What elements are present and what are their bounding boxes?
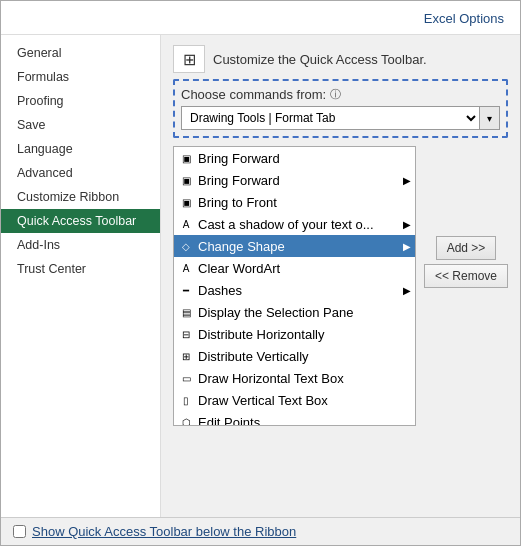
cmd-label-3: Bring to Front <box>198 195 277 210</box>
cmd-label-1: Bring Forward <box>198 151 280 166</box>
cmd-item-12[interactable]: ▯Draw Vertical Text Box <box>174 389 415 411</box>
cmd-icon-11: ▭ <box>178 370 194 386</box>
show-below-ribbon-checkbox[interactable] <box>13 525 26 538</box>
cmd-icon-4: A <box>178 216 194 232</box>
sidebar-item-language[interactable]: Language <box>1 137 160 161</box>
cmd-item-1[interactable]: ▣Bring Forward <box>174 147 415 169</box>
customize-icon: ⊞ <box>173 45 205 73</box>
cmd-icon-13: ⬡ <box>178 414 194 426</box>
sidebar-item-quick-access-toolbar[interactable]: Quick Access Toolbar <box>1 209 160 233</box>
cmd-item-6[interactable]: AClear WordArt <box>174 257 415 279</box>
choose-label: Choose commands from: ⓘ <box>181 87 500 102</box>
main-panel: ⊞ Customize the Quick Access Toolbar. Ch… <box>161 35 520 517</box>
remove-button[interactable]: << Remove <box>424 264 508 288</box>
cmd-label-13: Edit Points <box>198 415 260 427</box>
sidebar-item-proofing[interactable]: Proofing <box>1 89 160 113</box>
dropdown-arrow-button[interactable]: ▾ <box>480 106 500 130</box>
cmd-item-4[interactable]: ACast a shadow of your text o...▶ <box>174 213 415 235</box>
cmd-item-2[interactable]: ▣Bring Forward▶ <box>174 169 415 191</box>
cmd-icon-5: ◇ <box>178 238 194 254</box>
cmd-label-9: Distribute Horizontally <box>198 327 324 342</box>
cmd-icon-7: ━ <box>178 282 194 298</box>
sidebar-item-advanced[interactable]: Advanced <box>1 161 160 185</box>
cmd-icon-2: ▣ <box>178 172 194 188</box>
cmd-label-4: Cast a shadow of your text o... <box>198 217 374 232</box>
cmd-label-11: Draw Horizontal Text Box <box>198 371 344 386</box>
cmd-item-11[interactable]: ▭Draw Horizontal Text Box <box>174 367 415 389</box>
sidebar-item-customize-ribbon[interactable]: Customize Ribbon <box>1 185 160 209</box>
cmd-icon-9: ⊟ <box>178 326 194 342</box>
cmd-label-8: Display the Selection Pane <box>198 305 353 320</box>
cmd-icon-8: ▤ <box>178 304 194 320</box>
sidebar-item-general[interactable]: General <box>1 41 160 65</box>
dialog-content: GeneralFormulasProofingSaveLanguageAdvan… <box>1 35 520 517</box>
cmd-icon-12: ▯ <box>178 392 194 408</box>
dropdown-row: Drawing Tools | Format Tab ▾ <box>181 106 500 130</box>
excel-options-dialog: Excel Options GeneralFormulasProofingSav… <box>0 0 521 546</box>
cmd-label-12: Draw Vertical Text Box <box>198 393 328 408</box>
cmd-arrow-4: ▶ <box>403 219 411 230</box>
cmd-label-10: Distribute Vertically <box>198 349 309 364</box>
cmd-label-2: Bring Forward <box>198 173 280 188</box>
commands-section: Choose commands from: ⓘ Drawing Tools | … <box>173 79 508 138</box>
cmd-item-7[interactable]: ━Dashes▶ <box>174 279 415 301</box>
cmd-label-7: Dashes <box>198 283 242 298</box>
sidebar-item-trust-center[interactable]: Trust Center <box>1 257 160 281</box>
add-button[interactable]: Add >> <box>436 236 497 260</box>
bottom-bar-text[interactable]: Show Quick Access Toolbar below the Ribb… <box>32 524 296 539</box>
info-icon: ⓘ <box>330 87 341 102</box>
cmd-item-9[interactable]: ⊟Distribute Horizontally <box>174 323 415 345</box>
cmd-arrow-5: ▶ <box>403 241 411 252</box>
cmd-item-5[interactable]: ◇Change Shape▶ <box>174 235 415 257</box>
commands-dropdown[interactable]: Drawing Tools | Format Tab <box>181 106 480 130</box>
cmd-icon-3: ▣ <box>178 194 194 210</box>
dialog-title: Excel Options <box>1 1 520 35</box>
bottom-bar: Show Quick Access Toolbar below the Ribb… <box>1 517 520 545</box>
cmd-icon-6: A <box>178 260 194 276</box>
sidebar-item-save[interactable]: Save <box>1 113 160 137</box>
cmd-icon-10: ⊞ <box>178 348 194 364</box>
cmd-arrow-2: ▶ <box>403 175 411 186</box>
cmd-label-6: Clear WordArt <box>198 261 280 276</box>
customize-label-text: Customize the Quick Access Toolbar. <box>213 52 427 67</box>
lists-row: ▣Bring Forward▣Bring Forward▶▣Bring to F… <box>173 146 508 507</box>
cmd-item-3[interactable]: ▣Bring to Front <box>174 191 415 213</box>
cmd-item-8[interactable]: ▤Display the Selection Pane <box>174 301 415 323</box>
cmd-item-13[interactable]: ⬡Edit Points <box>174 411 415 426</box>
title-text: Excel Options <box>424 11 504 26</box>
sidebar: GeneralFormulasProofingSaveLanguageAdvan… <box>1 35 161 517</box>
cmd-item-10[interactable]: ⊞Distribute Vertically <box>174 345 415 367</box>
commands-list[interactable]: ▣Bring Forward▣Bring Forward▶▣Bring to F… <box>173 146 416 426</box>
cmd-label-5: Change Shape <box>198 239 285 254</box>
sidebar-item-add-ins[interactable]: Add-Ins <box>1 233 160 257</box>
cmd-icon-1: ▣ <box>178 150 194 166</box>
cmd-arrow-7: ▶ <box>403 285 411 296</box>
choose-label-text: Choose commands from: <box>181 87 326 102</box>
customize-label-row: ⊞ Customize the Quick Access Toolbar. <box>173 45 508 73</box>
sidebar-item-formulas[interactable]: Formulas <box>1 65 160 89</box>
